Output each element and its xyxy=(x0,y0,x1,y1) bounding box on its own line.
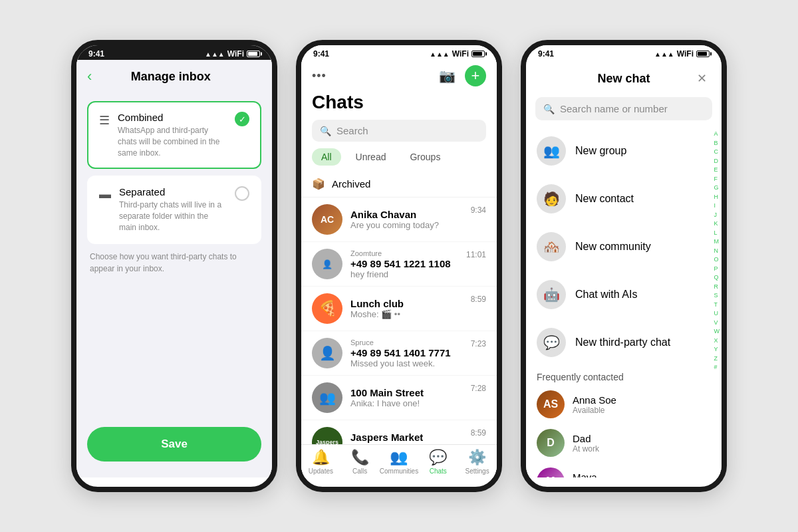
filter-unread[interactable]: Unread xyxy=(346,148,396,166)
chat-item[interactable]: 👤 Spruce +49 89 541 1401 7771 Missed you… xyxy=(301,331,497,376)
nav-updates[interactable]: 🔔 Updates xyxy=(301,449,340,475)
chat-item[interactable]: 🍕 Lunch club Moshe: 🎬 •• 8:59 xyxy=(301,287,497,331)
chat-item[interactable]: 👥 100 Main Street Anika: I have one! 7:2… xyxy=(301,376,497,420)
contact-dad[interactable]: D Dad At work xyxy=(526,424,712,462)
alpha-V[interactable]: V xyxy=(714,319,720,328)
combined-option[interactable]: ☰ Combined WhatsApp and third-party chat… xyxy=(87,101,261,169)
new-group-button[interactable]: 👥 New group xyxy=(526,127,712,175)
save-button[interactable]: Save xyxy=(87,427,261,462)
alpha-I[interactable]: I xyxy=(714,201,720,211)
chats-title: Chats xyxy=(301,90,497,120)
alpha-L[interactable]: L xyxy=(714,229,720,238)
wifi-icon: WiFi xyxy=(677,49,694,59)
alpha-F[interactable]: F xyxy=(714,175,720,184)
alpha-E[interactable]: E xyxy=(714,166,720,175)
avatar: Jaspers xyxy=(312,427,342,444)
chat-time: 7:23 xyxy=(471,339,486,348)
alpha-D[interactable]: D xyxy=(714,157,720,166)
alpha-Q[interactable]: Q xyxy=(714,273,720,283)
inbox-options: ☰ Combined WhatsApp and third-party chat… xyxy=(76,93,272,420)
alpha-B[interactable]: B xyxy=(714,139,720,148)
add-chat-button[interactable]: + xyxy=(465,65,486,86)
bottom-nav: 🔔 Updates 📞 Calls 👥 Communities 💬 Chats … xyxy=(301,444,497,477)
right-status-bar: 9:41 ▲▲▲ WiFi xyxy=(526,45,722,60)
alpha-N[interactable]: N xyxy=(714,247,720,256)
chat-item[interactable]: 👤 Zoomture +49 89 541 1221 1108 hey frie… xyxy=(301,242,497,287)
separated-option[interactable]: ▬ Separated Third-party chats will live … xyxy=(87,176,261,243)
alpha-O[interactable]: O xyxy=(714,255,720,265)
alpha-U[interactable]: U xyxy=(714,309,720,319)
new-group-label: New group xyxy=(575,145,626,157)
new-third-party-button[interactable]: 💬 New third-party chat xyxy=(526,319,712,366)
chat-time: 8:59 xyxy=(471,428,486,438)
alpha-R[interactable]: R xyxy=(714,283,720,292)
alphabet-sidebar: A B C D E F G H I J K L M N O P Q xyxy=(712,127,722,477)
nav-calls[interactable]: 📞 Calls xyxy=(340,449,380,475)
chat-preview: Anika: I have one! xyxy=(350,398,463,408)
avatar: D xyxy=(537,429,565,457)
calls-icon: 📞 xyxy=(351,449,369,466)
back-button[interactable]: ‹ xyxy=(87,68,92,85)
right-phone: 9:41 ▲▲▲ WiFi New chat ✕ 🔍 Search name o… xyxy=(521,40,727,492)
contact-name: Dad xyxy=(573,433,702,444)
archived-row[interactable]: 📦 Archived xyxy=(301,171,497,198)
hint-text: Choose how you want third-party chats to… xyxy=(87,251,261,283)
contact-maya[interactable]: M Maya 🥺 xyxy=(526,462,712,477)
chat-item[interactable]: AC Anika Chavan Are you coming today? 9:… xyxy=(301,198,497,242)
avatar: AS xyxy=(537,390,565,418)
nav-settings[interactable]: ⚙️ Settings xyxy=(458,449,497,475)
avatar: 👤 xyxy=(312,249,342,279)
archive-icon: 📦 xyxy=(312,178,325,190)
close-button[interactable]: ✕ xyxy=(692,69,711,88)
contact-status: At work xyxy=(573,444,702,454)
chat-sub: Spruce xyxy=(350,338,463,346)
alpha-hash[interactable]: # xyxy=(714,363,720,372)
chat-item[interactable]: Jaspers Jaspers Market ✓✓ I'll come by t… xyxy=(301,420,497,444)
alpha-J[interactable]: J xyxy=(714,211,720,220)
contact-status: Available xyxy=(573,406,702,415)
combined-icon: ☰ xyxy=(99,113,110,128)
chat-with-ai-button[interactable]: 🤖 Chat with AIs xyxy=(526,271,712,319)
alpha-C[interactable]: C xyxy=(714,148,720,157)
nav-communities[interactable]: 👥 Communities xyxy=(380,449,419,475)
search-bar[interactable]: 🔍 Search xyxy=(312,120,486,142)
search-input[interactable]: 🔍 Search name or number xyxy=(535,97,712,120)
left-content: ‹ Manage inbox ☰ Combined WhatsApp and t… xyxy=(76,60,272,477)
alpha-Z[interactable]: Z xyxy=(714,354,720,364)
alpha-S[interactable]: S xyxy=(714,291,720,301)
signal-icon: ▲▲▲ xyxy=(654,51,674,58)
nav-chats[interactable]: 💬 Chats xyxy=(418,449,458,475)
separated-text: Separated Third-party chats will live in… xyxy=(119,186,227,233)
alpha-M[interactable]: M xyxy=(714,237,720,247)
more-options-icon[interactable]: ••• xyxy=(312,69,327,83)
chat-time: 8:59 xyxy=(471,295,486,304)
chat-info: Anika Chavan Are you coming today? xyxy=(350,209,463,230)
chat-info: Lunch club Moshe: 🎬 •• xyxy=(350,298,463,319)
contact-info: Anna Soe Available xyxy=(573,394,702,415)
camera-icon[interactable]: 📷 xyxy=(439,68,456,84)
contact-info: Maya 🥺 xyxy=(573,471,702,478)
save-btn-container: Save xyxy=(76,420,272,477)
third-party-icon: 💬 xyxy=(537,328,566,357)
alpha-X[interactable]: X xyxy=(714,336,720,346)
alpha-P[interactable]: P xyxy=(714,265,720,274)
archived-label: Archived xyxy=(332,178,370,190)
alpha-W[interactable]: W xyxy=(714,327,720,336)
alpha-Y[interactable]: Y xyxy=(714,345,720,354)
contact-anna-soe[interactable]: AS Anna Soe Available xyxy=(526,385,712,424)
alpha-H[interactable]: H xyxy=(714,193,720,202)
wifi-icon: WiFi xyxy=(452,49,469,59)
alpha-A[interactable]: A xyxy=(714,130,720,139)
filter-groups[interactable]: Groups xyxy=(400,148,450,166)
chat-preview: Moshe: 🎬 •• xyxy=(350,309,463,319)
alpha-G[interactable]: G xyxy=(714,184,720,193)
chat-preview: hey friend xyxy=(350,269,458,279)
alpha-K[interactable]: K xyxy=(714,219,720,229)
new-chat-list: 👥 New group 🧑 New contact 🏘️ New communi… xyxy=(526,127,722,477)
new-community-button[interactable]: 🏘️ New community xyxy=(526,223,712,271)
phones-container: 9:41 ▲▲▲ WiFi ‹ Manage inbox ☰ Combined xyxy=(58,27,740,505)
filter-all[interactable]: All xyxy=(312,148,341,166)
new-contact-button[interactable]: 🧑 New contact xyxy=(526,175,712,223)
alpha-T[interactable]: T xyxy=(714,301,720,310)
avatar: AC xyxy=(312,204,342,235)
